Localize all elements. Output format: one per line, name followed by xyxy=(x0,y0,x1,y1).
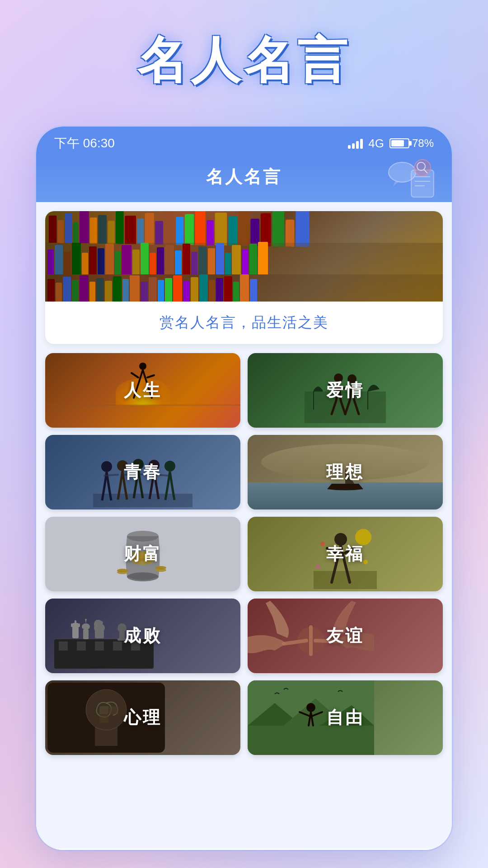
app-title: 名人名言 xyxy=(0,27,488,94)
phone-mockup: 下午 06:30 4G 78% 名人名言 xyxy=(36,127,452,850)
category-label-xingfu: 幸福 xyxy=(248,517,443,591)
category-label-caifu: 财富 xyxy=(45,517,240,591)
svg-point-6 xyxy=(414,160,431,176)
status-time: 下午 06:30 xyxy=(54,135,115,152)
category-grid: 人生 xyxy=(45,353,443,755)
category-label-aiqing: 爱情 xyxy=(248,353,443,428)
category-xingfu[interactable]: 幸福 xyxy=(248,517,443,591)
app-header: 名人名言 xyxy=(36,156,452,202)
category-label-lixiang: 理想 xyxy=(248,435,443,509)
category-chengbai[interactable]: 成败 xyxy=(45,599,240,673)
category-lixiang[interactable]: 理想 xyxy=(248,435,443,509)
banner-image xyxy=(45,211,443,302)
signal-icon xyxy=(348,138,363,149)
battery-percent: 78% xyxy=(412,137,434,150)
category-ziyou[interactable]: 自由 xyxy=(248,680,443,755)
header-decoration-icon xyxy=(384,156,438,202)
category-label-xinli: 心理 xyxy=(45,680,240,755)
banner-subtitle: 赏名人名言，品生活之美 xyxy=(45,302,443,344)
battery-icon: 78% xyxy=(389,137,434,150)
category-caifu[interactable]: 财富 xyxy=(45,517,240,591)
category-xinli[interactable]: 心理 xyxy=(45,680,240,755)
category-label-ziyou: 自由 xyxy=(248,680,443,755)
category-qingchun[interactable]: 青春 xyxy=(45,435,240,509)
category-aiqing[interactable]: 爱情 xyxy=(248,353,443,428)
network-label: 4G xyxy=(368,137,384,151)
banner-card[interactable]: 赏名人名言，品生活之美 xyxy=(45,211,443,344)
category-youyi[interactable]: 友谊 xyxy=(248,599,443,673)
category-label-youyi: 友谊 xyxy=(248,599,443,673)
status-bar: 下午 06:30 4G 78% xyxy=(36,127,452,156)
category-label-qingchun: 青春 xyxy=(45,435,240,509)
svg-marker-1 xyxy=(393,181,400,186)
content-area: 赏名人名言，品生活之美 人生 xyxy=(36,202,452,849)
status-icons: 4G 78% xyxy=(348,137,434,151)
header-title: 名人名言 xyxy=(54,165,434,189)
bookshelf-decoration xyxy=(45,211,443,302)
category-rensheng[interactable]: 人生 xyxy=(45,353,240,428)
category-label-chengbai: 成败 xyxy=(45,599,240,673)
category-label-rensheng: 人生 xyxy=(45,353,240,428)
